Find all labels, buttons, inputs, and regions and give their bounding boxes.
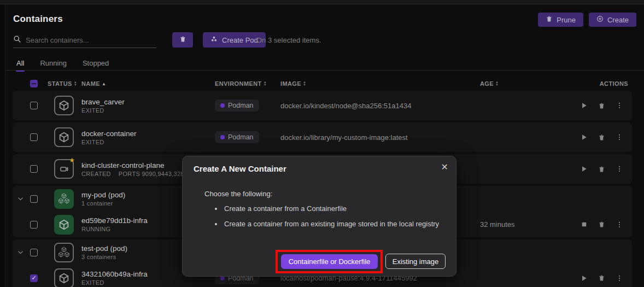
row-checkbox[interactable]: ✓ [30,274,38,282]
container-exited-icon [54,127,74,147]
column-label: STATUS [48,80,72,87]
column-header-environment[interactable]: ENVIRONMENT▲▼ [215,80,280,87]
tab-stopped[interactable]: Stopped [82,56,109,72]
container-name[interactable]: brave_carver [81,98,215,106]
kebab-menu-icon[interactable] [616,102,623,109]
age-value: 32 minutes [466,220,543,229]
containers-page: Containers Prune Create Create Pod On 3 … [5,5,644,287]
row-actions [543,165,632,173]
select-all-checkbox[interactable] [30,80,38,87]
dialog-title: Create A New Container [194,164,286,173]
kebab-menu-icon[interactable] [616,165,623,173]
environment-badge: Podman [215,131,259,143]
row-checkbox[interactable] [30,221,38,229]
trash-icon[interactable] [598,102,605,109]
create-label: Create [607,16,629,24]
environment-label: Podman [228,102,254,109]
chevron-down-icon[interactable] [13,249,28,256]
star-icon: ★ [69,156,75,164]
pod-exited-icon [54,243,74,262]
trash-icon[interactable] [598,274,605,282]
search-input[interactable] [26,36,146,44]
header-actions: Prune Create [538,13,636,27]
image-name: docker.io/library/my-custom-image:latest [280,133,466,142]
kebab-menu-icon[interactable] [616,133,623,141]
start-icon[interactable] [580,133,588,141]
row-actions [543,102,632,109]
pod-icon [210,36,218,44]
start-icon[interactable] [580,274,588,282]
trash-icon[interactable] [598,133,605,141]
prune-label: Prune [557,16,576,24]
container-name[interactable]: docker-container [81,130,215,138]
trash-icon [546,15,553,24]
prune-button[interactable]: Prune [538,13,583,27]
environment-badge: Podman [215,99,259,112]
sort-icon: ▲▼ [264,81,267,86]
container-exited-icon [54,96,74,115]
dialog-option: Create a container from a Containerfile [223,204,439,213]
table-row[interactable]: brave_carverEXITEDPodmandocker.io/kindes… [13,91,632,120]
kebab-menu-icon[interactable] [616,274,623,282]
delete-selected-button[interactable] [172,32,193,48]
trash-icon [179,36,186,44]
column-header-name[interactable]: NAME▲ [81,80,215,87]
chevron-down-icon[interactable] [13,195,28,202]
status-text: 1 container [81,200,113,207]
selected-items-info: On 3 selected items. [256,36,321,44]
table-header: STATUS▲▼NAME▲ENVIRONMENT▲▼IMAGE▲▼AGE▲▼AC… [13,77,632,91]
status-text: 3 containers [81,254,116,260]
status-text: RUNNING [81,226,110,232]
dialog-option: Create a container from an existing imag… [223,220,439,228]
trash-icon[interactable] [598,165,605,173]
trash-icon[interactable] [598,221,605,229]
container-running-icon [54,215,74,235]
row-checkbox[interactable] [30,195,38,203]
column-label: NAME [81,80,100,87]
create-pod-label: Create Pod [222,36,258,44]
close-icon[interactable]: ✕ [441,162,448,172]
row-checkbox[interactable] [30,102,38,109]
create-button[interactable]: Create [589,13,636,27]
status-text: EXITED [81,279,104,286]
row-checkbox[interactable] [30,165,38,173]
search-icon [13,35,21,45]
column-label: AGE [480,80,494,87]
image-name: docker.io/kindest/node@sha256:51a1434 [280,102,466,110]
podman-dot-icon [220,135,225,139]
dialog-prompt: Choose the following: [204,190,272,198]
column-header-status[interactable]: STATUS▲▼ [48,80,81,87]
row-checkbox[interactable] [30,249,38,256]
sort-icon: ▲▼ [495,81,499,86]
kebab-menu-icon[interactable] [616,221,623,229]
create-container-dialog: Create A New Container ✕ Choose the foll… [182,156,456,277]
tab-running[interactable]: Running [39,56,67,72]
row-actions [543,133,632,141]
status-text: CREATED [81,171,111,177]
row-actions [543,221,632,229]
column-header-actions: ACTIONS [543,80,632,87]
containerfile-button[interactable]: Containerfile or Dockerfile [281,254,378,269]
table-row[interactable]: docker-containerEXITEDPodmandocker.io/li… [13,122,632,152]
container-card: docker-containerEXITEDPodmandocker.io/li… [13,122,632,152]
column-label: ENVIRONMENT [215,80,262,87]
status-text: EXITED [81,107,104,114]
start-icon[interactable] [580,102,588,109]
podman-dot-icon [220,103,225,108]
sort-asc-icon: ▲ [102,81,106,86]
start-icon[interactable] [580,165,588,173]
column-label: ACTIONS [600,80,628,87]
column-header-age[interactable]: AGE▲▼ [466,80,543,87]
search-container [13,32,156,48]
filter-tabs: AllRunningStopped [16,56,109,72]
stop-icon[interactable] [581,221,588,229]
environment-label: Podman [228,133,254,141]
existing-image-button[interactable]: Existing image [385,254,446,269]
tabs-divider [5,70,644,71]
column-header-image[interactable]: IMAGE▲▼ [280,80,466,87]
row-checkbox[interactable] [30,133,38,141]
sort-icon: ▲▼ [74,81,77,86]
tab-all[interactable]: All [16,56,25,72]
window-top-bar [0,0,644,4]
row-actions [543,274,632,282]
